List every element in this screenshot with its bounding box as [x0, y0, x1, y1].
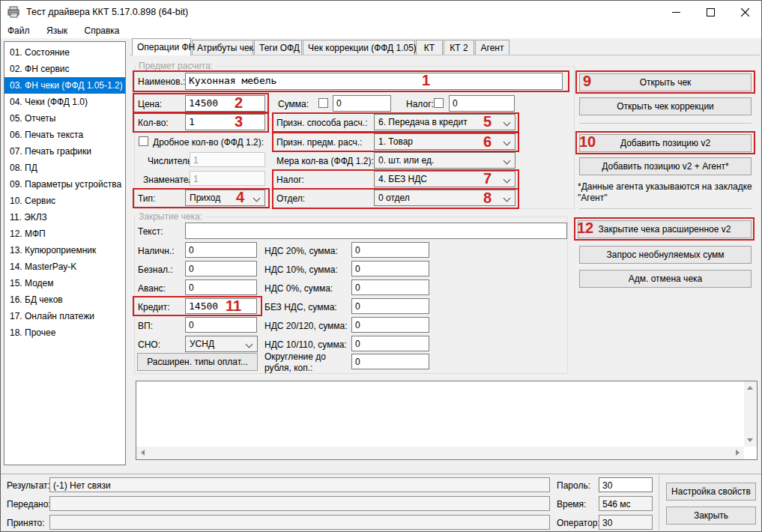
no-vat-label: БЕЗ НДС, сумма: [264, 302, 337, 312]
sidebar-item-09[interactable]: 09. Параметры устройства [4, 176, 125, 193]
maximize-icon [707, 8, 715, 16]
text-input[interactable] [185, 223, 567, 239]
chevron-down-icon [504, 139, 511, 146]
name-input[interactable]: Кухонная мебель [185, 73, 563, 90]
tax-amount-input[interactable]: 0 [449, 95, 515, 112]
open-receipt-button[interactable]: Открыть чек [579, 73, 752, 91]
subject-sign-select[interactable]: 1. Товар [374, 133, 515, 150]
qty-input[interactable]: 1 [185, 114, 265, 130]
annotation-number-8: 8 [483, 190, 492, 207]
vat0-label: НДС 0%, сумма: [264, 283, 333, 294]
sidebar-item-13[interactable]: 13. Купюроприемник [4, 242, 125, 259]
tab-receipt-attributes[interactable]: Атрибуты чека [192, 40, 253, 55]
sidebar-item-04[interactable]: 04. Чеки (ФФД 1.0) [4, 94, 125, 110]
vp-label: ВП: [138, 321, 153, 331]
sidebar-item-10[interactable]: 10. Сервис [4, 193, 125, 209]
sidebar-item-12[interactable]: 12. МФП [4, 226, 125, 242]
sum-input[interactable]: 0 [333, 95, 391, 112]
tax-checkbox[interactable] [434, 98, 444, 108]
tab-kt[interactable]: КТ [416, 40, 443, 55]
type-value: Приход [190, 193, 220, 203]
menu-file[interactable]: Файл [1, 23, 37, 36]
subject-group-caption: Предмет расчета: [136, 61, 215, 71]
vat-type-select[interactable]: 4. БЕЗ НДС [374, 171, 515, 187]
time-label: Время: [557, 499, 586, 510]
sum-checkbox[interactable] [318, 98, 328, 108]
vat20-input[interactable]: 0 [351, 242, 429, 258]
sidebar-item-01[interactable]: 01. Состояние [4, 44, 125, 61]
payment-method-select[interactable]: 6. Передача в кредит [374, 114, 515, 130]
vat0-input[interactable]: 0 [351, 279, 429, 295]
vat10-label: НДС 10%, сумма: [264, 265, 338, 275]
sidebar-item-08[interactable]: 08. ПД [4, 160, 125, 176]
denominator-input[interactable]: 1 [190, 171, 265, 186]
measure-select[interactable]: 0. шт. или ед. [374, 152, 515, 169]
maximize-button[interactable] [693, 1, 728, 23]
tab-kt2[interactable]: КТ 2 [444, 40, 474, 55]
numerator-input[interactable]: 1 [190, 152, 265, 167]
annotation-number-2: 2 [235, 94, 243, 112]
horizontal-scrollbar[interactable] [136, 447, 744, 459]
cashless-label: Безнал.: [138, 265, 173, 275]
vertical-scrollbar[interactable] [744, 381, 757, 447]
result-field: (-1) Нет связи [49, 477, 550, 492]
sidebar-item-17[interactable]: 17. Онлайн платежи [4, 308, 125, 324]
sidebar-item-03-selected[interactable]: 03. ФН чеки (ФФД 1.05-1.2) [4, 77, 125, 94]
add-position-v2-agent-button[interactable]: Добавить позицию v2 + Агент* [579, 157, 752, 175]
app-icon [7, 5, 20, 19]
cashless-input[interactable]: 0 [185, 261, 257, 276]
scroll-down-icon[interactable] [747, 438, 753, 442]
sidebar-item-05[interactable]: 05. Отчеты [4, 110, 125, 127]
sno-select[interactable]: УСНД [185, 336, 258, 352]
sidebar-item-18[interactable]: 18. Прочее [4, 324, 125, 341]
rounding-input[interactable]: 0 [351, 354, 429, 369]
request-nonzero-sums-button[interactable]: Запрос необнуляемых сумм [579, 246, 752, 264]
advance-input[interactable]: 0 [185, 279, 257, 295]
department-select[interactable]: 0 отдел [374, 190, 515, 206]
measure-value: 0. шт. или ед. [378, 155, 434, 166]
sidebar-item-02[interactable]: 02. ФН сервис [4, 61, 125, 77]
qty-label: Кол-во: [138, 118, 169, 128]
no-vat-input[interactable]: 0 [351, 298, 429, 314]
fractional-qty-checkbox[interactable] [139, 136, 148, 146]
cash-input[interactable]: 0 [185, 242, 257, 258]
tab-fn-operations[interactable]: Операции ФН [132, 38, 191, 55]
admin-cancel-receipt-button[interactable]: Адм. отмена чека [579, 270, 752, 288]
password-input[interactable]: 30 [599, 477, 653, 492]
menu-language[interactable]: Язык [40, 23, 74, 36]
tab-ofd-tags[interactable]: Теги ОФД [254, 40, 302, 55]
vp-input[interactable]: 0 [185, 317, 257, 333]
numerator-label: Числитель: [148, 156, 195, 166]
log-textarea[interactable] [136, 381, 758, 460]
operator-field: 30 [599, 515, 653, 530]
credit-input[interactable]: 14500 [185, 298, 257, 314]
received-label: Принято: [7, 518, 45, 528]
open-correction-receipt-button[interactable]: Открыть чек коррекции [579, 97, 752, 115]
sidebar-item-15[interactable]: 15. Модем [4, 275, 125, 291]
sidebar-item-06[interactable]: 06. Печать текста [4, 127, 125, 143]
close-app-button[interactable]: Закрыть [666, 507, 756, 525]
vat20-120-label: НДС 20/120, сумма: [264, 321, 348, 331]
scroll-right-icon[interactable] [736, 450, 740, 456]
vat10-110-input[interactable]: 0 [351, 336, 429, 351]
extended-payment-types-button[interactable]: Расширен. типы оплат... [137, 353, 258, 371]
properties-settings-button[interactable]: Настройка свойств [666, 483, 756, 501]
department-label: Отдел: [276, 193, 305, 204]
add-position-v2-button[interactable]: Добавить позицию v2 [579, 134, 752, 152]
sidebar-item-11[interactable]: 11. ЭКЛЗ [4, 209, 125, 226]
vat10-input[interactable]: 0 [351, 261, 429, 276]
sidebar-item-14[interactable]: 14. MasterPay-K [4, 259, 125, 275]
sidebar-item-07[interactable]: 07. Печать графики [4, 143, 125, 160]
scroll-left-icon[interactable] [141, 450, 145, 456]
close-receipt-extended-v2-button[interactable]: Закрытие чека расширенное v2 [578, 220, 752, 238]
minimize-button[interactable] [659, 1, 693, 23]
tab-agent[interactable]: Агент [475, 40, 509, 55]
vat20-120-input[interactable]: 0 [351, 317, 429, 333]
type-select[interactable]: Приход [185, 190, 265, 206]
sidebar-item-16[interactable]: 16. БД чеков [4, 291, 125, 308]
close-button[interactable] [728, 1, 762, 23]
menu-help[interactable]: Справка [77, 23, 126, 36]
scroll-up-icon[interactable] [747, 386, 753, 390]
price-input[interactable]: 14500 [185, 95, 265, 112]
tab-correction-receipt[interactable]: Чек коррекции (ФФД 1.05) [303, 40, 415, 55]
